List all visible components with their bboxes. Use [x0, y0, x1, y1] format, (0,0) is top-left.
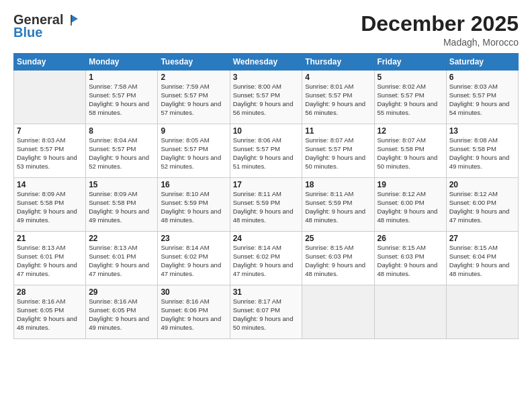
day-info: Sunrise: 8:13 AMSunset: 6:01 PMDaylight:…: [17, 244, 83, 278]
sunrise: Sunrise: 7:59 AM: [161, 83, 209, 90]
header-sunday: Sunday: [14, 54, 86, 71]
daylight: Daylight: 9 hours and 57 minutes.: [161, 100, 221, 116]
sunset: Sunset: 5:58 PM: [378, 145, 425, 152]
sunset: Sunset: 6:05 PM: [17, 306, 64, 314]
day-info: Sunrise: 8:07 AMSunset: 5:57 PMDaylight:…: [305, 136, 371, 171]
sunrise: Sunrise: 8:14 AM: [233, 244, 281, 251]
day-info: Sunrise: 8:13 AMSunset: 6:01 PMDaylight:…: [89, 244, 154, 278]
daylight: Daylight: 9 hours and 52 minutes.: [89, 154, 149, 170]
day-info: Sunrise: 8:01 AMSunset: 5:57 PMDaylight:…: [305, 83, 371, 117]
sunset: Sunset: 6:07 PM: [233, 306, 280, 314]
day-number: 29: [89, 287, 154, 297]
day-info: Sunrise: 8:14 AMSunset: 6:02 PMDaylight:…: [161, 244, 226, 278]
daylight: Daylight: 9 hours and 49 minutes.: [449, 154, 510, 170]
sunrise: Sunrise: 8:07 AM: [378, 136, 426, 144]
sunrise: Sunrise: 8:16 AM: [89, 298, 137, 305]
calendar-cell-w5-d2: 30Sunrise: 8:16 AMSunset: 6:06 PMDayligh…: [158, 285, 230, 339]
sunset: Sunset: 5:59 PM: [233, 199, 280, 206]
day-info: Sunrise: 8:14 AMSunset: 6:02 PMDaylight:…: [233, 244, 300, 278]
day-number: 16: [161, 180, 226, 189]
day-number: 24: [233, 234, 300, 243]
week-row-3: 14Sunrise: 8:09 AMSunset: 5:58 PMDayligh…: [14, 178, 519, 232]
sunset: Sunset: 6:01 PM: [17, 253, 64, 260]
day-number: 28: [17, 287, 83, 297]
calendar-cell-w2-d5: 12Sunrise: 8:07 AMSunset: 5:58 PMDayligh…: [374, 124, 446, 178]
sunset: Sunset: 5:57 PM: [161, 145, 208, 152]
day-info: Sunrise: 8:03 AMSunset: 5:57 PMDaylight:…: [449, 83, 515, 117]
day-number: 11: [305, 126, 371, 136]
sunset: Sunset: 5:57 PM: [17, 145, 64, 152]
calendar-cell-w5-d4: [302, 285, 374, 339]
day-info: Sunrise: 8:12 AMSunset: 6:00 PMDaylight:…: [378, 190, 443, 224]
daylight: Daylight: 9 hours and 56 minutes.: [305, 100, 365, 116]
sunset: Sunset: 6:00 PM: [378, 199, 425, 206]
calendar-table: Sunday Monday Tuesday Wednesday Thursday…: [13, 53, 519, 339]
calendar-cell-w2-d1: 8Sunrise: 8:04 AMSunset: 5:57 PMDaylight…: [86, 124, 158, 178]
day-number: 2: [161, 73, 226, 82]
sunrise: Sunrise: 8:05 AM: [161, 136, 209, 144]
logo-flag-icon: [64, 13, 78, 27]
daylight: Daylight: 9 hours and 50 minutes.: [305, 154, 365, 170]
day-number: 13: [449, 126, 515, 136]
sunrise: Sunrise: 8:01 AM: [305, 83, 353, 90]
daylight: Daylight: 9 hours and 48 minutes.: [233, 208, 294, 224]
sunrise: Sunrise: 8:10 AM: [161, 190, 209, 197]
sunrise: Sunrise: 8:12 AM: [378, 190, 426, 197]
header-thursday: Thursday: [302, 54, 374, 71]
sunset: Sunset: 5:57 PM: [449, 91, 496, 99]
day-number: 17: [233, 180, 300, 189]
sunset: Sunset: 5:57 PM: [89, 145, 136, 152]
daylight: Daylight: 9 hours and 47 minutes.: [233, 261, 294, 277]
calendar-cell-w3-d3: 17Sunrise: 8:11 AMSunset: 5:59 PMDayligh…: [230, 178, 302, 232]
sunset: Sunset: 6:03 PM: [305, 253, 352, 260]
day-number: 25: [305, 234, 371, 243]
daylight: Daylight: 9 hours and 49 minutes.: [161, 315, 221, 331]
day-info: Sunrise: 8:05 AMSunset: 5:57 PMDaylight:…: [161, 136, 226, 171]
daylight: Daylight: 9 hours and 53 minutes.: [17, 154, 77, 170]
sunrise: Sunrise: 8:02 AM: [378, 83, 426, 90]
sunrise: Sunrise: 7:58 AM: [89, 83, 137, 90]
calendar-cell-w4-d1: 22Sunrise: 8:13 AMSunset: 6:01 PMDayligh…: [86, 232, 158, 285]
header-saturday: Saturday: [446, 54, 518, 71]
sunrise: Sunrise: 8:03 AM: [449, 83, 498, 90]
sunrise: Sunrise: 8:14 AM: [161, 244, 209, 251]
day-number: 18: [305, 180, 371, 189]
sunset: Sunset: 6:03 PM: [378, 253, 425, 260]
calendar-cell-w1-d2: 2Sunrise: 7:59 AMSunset: 5:57 PMDaylight…: [158, 71, 230, 124]
header-friday: Friday: [374, 54, 446, 71]
weekday-header-row: Sunday Monday Tuesday Wednesday Thursday…: [14, 54, 519, 71]
daylight: Daylight: 9 hours and 48 minutes.: [449, 261, 510, 277]
day-info: Sunrise: 8:07 AMSunset: 5:58 PMDaylight:…: [378, 136, 443, 171]
calendar-cell-w1-d3: 3Sunrise: 8:00 AMSunset: 5:57 PMDaylight…: [230, 71, 302, 124]
calendar-cell-w3-d6: 20Sunrise: 8:12 AMSunset: 6:00 PMDayligh…: [446, 178, 518, 232]
sunset: Sunset: 6:02 PM: [233, 253, 280, 260]
day-number: 23: [161, 234, 226, 243]
sunset: Sunset: 5:57 PM: [233, 91, 280, 99]
sunrise: Sunrise: 8:12 AM: [449, 190, 498, 197]
day-info: Sunrise: 7:58 AMSunset: 5:57 PMDaylight:…: [89, 83, 154, 117]
calendar-cell-w5-d3: 31Sunrise: 8:17 AMSunset: 6:07 PMDayligh…: [230, 285, 302, 339]
day-info: Sunrise: 8:08 AMSunset: 5:58 PMDaylight:…: [449, 136, 515, 171]
month-title: December 2025: [361, 12, 519, 36]
calendar-cell-w5-d5: [374, 285, 446, 339]
sunrise: Sunrise: 8:07 AM: [305, 136, 353, 144]
daylight: Daylight: 9 hours and 54 minutes.: [449, 100, 510, 116]
daylight: Daylight: 9 hours and 49 minutes.: [89, 315, 149, 331]
sunset: Sunset: 5:57 PM: [378, 91, 425, 99]
day-info: Sunrise: 8:06 AMSunset: 5:57 PMDaylight:…: [233, 136, 300, 171]
day-number: 26: [378, 234, 443, 243]
sunset: Sunset: 6:05 PM: [89, 306, 136, 314]
sunrise: Sunrise: 8:09 AM: [89, 190, 137, 197]
week-row-2: 7Sunrise: 8:03 AMSunset: 5:57 PMDaylight…: [14, 124, 519, 178]
calendar-cell-w5-d6: [446, 285, 518, 339]
day-info: Sunrise: 8:15 AMSunset: 6:04 PMDaylight:…: [449, 244, 515, 278]
day-number: 4: [305, 73, 371, 82]
daylight: Daylight: 9 hours and 48 minutes.: [378, 208, 438, 224]
day-number: 10: [233, 126, 300, 136]
week-row-4: 21Sunrise: 8:13 AMSunset: 6:01 PMDayligh…: [14, 232, 519, 285]
sunset: Sunset: 5:59 PM: [161, 199, 208, 206]
day-number: 8: [89, 126, 154, 136]
daylight: Daylight: 9 hours and 51 minutes.: [233, 154, 294, 170]
location: Madagh, Morocco: [361, 37, 519, 48]
daylight: Daylight: 9 hours and 48 minutes.: [378, 261, 438, 277]
